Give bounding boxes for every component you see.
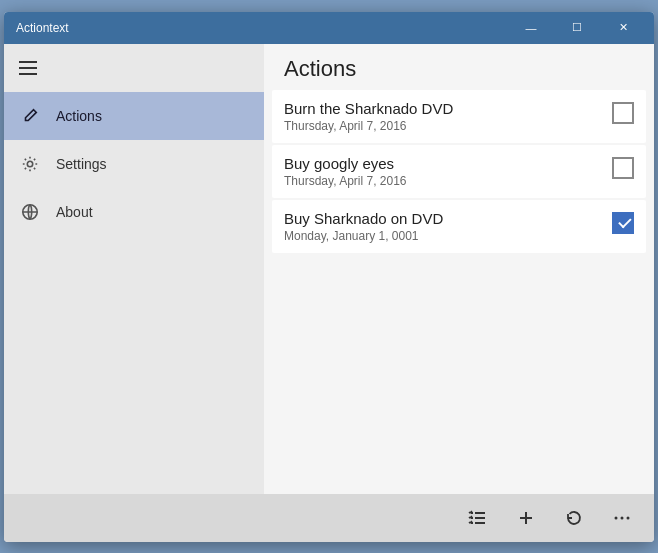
sidebar-item-about[interactable]: About (4, 188, 264, 236)
sidebar-item-settings-label: Settings (56, 156, 107, 172)
list-item: Burn the Sharknado DVD Thursday, April 7… (272, 90, 646, 143)
more-button[interactable] (598, 494, 646, 542)
action-checkbox[interactable] (612, 212, 634, 234)
main-panel: Actions Burn the Sharknado DVD Thursday,… (264, 44, 654, 494)
app-body: Actions Settings (4, 44, 654, 494)
sidebar-item-settings[interactable]: Settings (4, 140, 264, 188)
maximize-button[interactable]: ☐ (554, 12, 600, 44)
svg-point-0 (27, 161, 32, 166)
action-date: Thursday, April 7, 2016 (284, 174, 600, 188)
list-item: Buy Sharknado on DVD Monday, January 1, … (272, 200, 646, 253)
list-item: Buy googly eyes Thursday, April 7, 2016 (272, 145, 646, 198)
window-controls: — ☐ ✕ (508, 12, 646, 44)
add-button[interactable] (502, 494, 550, 542)
hamburger-icon (19, 61, 37, 75)
action-checkbox[interactable] (612, 102, 634, 124)
sidebar: Actions Settings (4, 44, 264, 494)
page-title: Actions (284, 56, 634, 82)
gear-icon (20, 154, 40, 174)
title-bar: Actiontext — ☐ ✕ (4, 12, 654, 44)
svg-point-3 (621, 516, 624, 519)
sidebar-item-about-label: About (56, 204, 93, 220)
action-checkbox[interactable] (612, 157, 634, 179)
action-info: Buy Sharknado on DVD Monday, January 1, … (284, 210, 600, 243)
globe-icon (20, 202, 40, 222)
action-title: Buy googly eyes (284, 155, 600, 172)
plus-icon (516, 508, 536, 528)
action-info: Burn the Sharknado DVD Thursday, April 7… (284, 100, 600, 133)
main-header: Actions (264, 44, 654, 90)
action-info: Buy googly eyes Thursday, April 7, 2016 (284, 155, 600, 188)
hamburger-button[interactable] (4, 44, 52, 92)
refresh-button[interactable] (550, 494, 598, 542)
action-title: Buy Sharknado on DVD (284, 210, 600, 227)
app-window: Actiontext — ☐ ✕ (4, 12, 654, 542)
sidebar-item-actions-label: Actions (56, 108, 102, 124)
svg-point-4 (627, 516, 630, 519)
action-date: Monday, January 1, 0001 (284, 229, 600, 243)
minimize-button[interactable]: — (508, 12, 554, 44)
checklist-button[interactable] (454, 494, 502, 542)
close-button[interactable]: ✕ (600, 12, 646, 44)
action-title: Burn the Sharknado DVD (284, 100, 600, 117)
svg-point-2 (615, 516, 618, 519)
action-date: Thursday, April 7, 2016 (284, 119, 600, 133)
ellipsis-icon (612, 508, 632, 528)
window-title: Actiontext (16, 21, 69, 35)
refresh-icon (564, 508, 584, 528)
checklist-icon (468, 508, 488, 528)
pencil-icon (20, 106, 40, 126)
sidebar-item-actions[interactable]: Actions (4, 92, 264, 140)
bottom-toolbar (4, 494, 654, 542)
actions-list: Burn the Sharknado DVD Thursday, April 7… (264, 90, 654, 494)
